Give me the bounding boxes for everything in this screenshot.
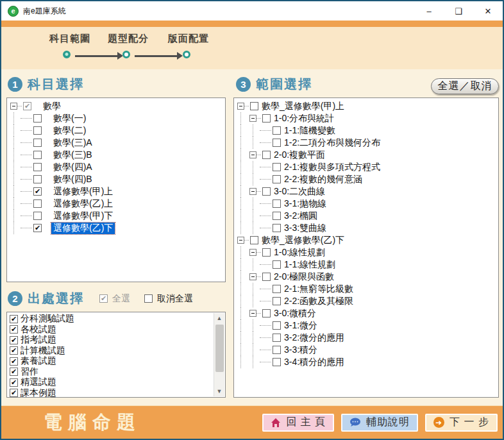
tree-row[interactable]: 1-1:隨機變數 <box>235 124 497 137</box>
checkbox-empty[interactable] <box>273 199 281 208</box>
tree-row[interactable]: 選修數學(乙)上 <box>8 198 224 210</box>
collapse-icon[interactable] <box>237 237 244 244</box>
tree-row[interactable]: 數學(三)B <box>8 149 224 161</box>
tree-item-label[interactable]: 數學 <box>41 101 63 112</box>
tree-row[interactable]: 1-2:二項分布與幾何分布 <box>235 137 497 149</box>
checkbox-empty[interactable] <box>273 212 281 220</box>
help-button[interactable]: 輔助說明 <box>341 414 418 432</box>
collapse-icon[interactable] <box>249 115 256 122</box>
tree-item-label[interactable]: 3-4:積分的應用 <box>282 357 346 368</box>
collapse-icon[interactable] <box>249 188 256 195</box>
checkbox-empty[interactable] <box>250 236 258 244</box>
tree-row[interactable]: 3-1:拋物線 <box>235 198 497 210</box>
collapse-icon[interactable] <box>249 249 256 256</box>
checkbox-checked[interactable] <box>10 389 18 397</box>
tree-row[interactable]: 數學(一) <box>8 112 224 124</box>
tree-row[interactable]: 3-0:微積分 <box>235 307 497 319</box>
tree-row[interactable]: 3-4:積分的應用 <box>235 356 497 368</box>
checkbox-empty[interactable] <box>33 175 42 183</box>
checkbox-empty[interactable] <box>262 248 271 257</box>
tree-row[interactable]: 2-1:複數與多項式方程式 <box>235 161 497 173</box>
tree-item-label[interactable]: 選修數學(乙)上 <box>51 198 115 210</box>
checkbox-empty[interactable] <box>33 212 42 220</box>
checkbox-empty[interactable] <box>262 273 271 281</box>
tree-row[interactable]: 1-1:線性規劃 <box>235 258 497 271</box>
tree-item-label[interactable]: 選修數學(甲)下 <box>51 210 115 222</box>
tree-row[interactable]: 數學_選修數學(乙)下 <box>235 234 497 246</box>
tree-item-label[interactable]: 3-2:橢圓 <box>282 210 319 222</box>
collapse-icon[interactable] <box>10 103 17 110</box>
scroll-down-icon[interactable]: ▼ <box>214 386 224 396</box>
checkbox-empty[interactable] <box>33 199 42 208</box>
minimize-button[interactable]: – <box>414 1 444 21</box>
checkbox-empty[interactable] <box>250 102 258 110</box>
checkbox-empty[interactable] <box>262 114 271 123</box>
tree-row[interactable]: 數學(四)B <box>8 173 224 185</box>
collapse-icon[interactable] <box>249 273 256 280</box>
list-item[interactable]: 指考試題 <box>9 335 223 346</box>
checkbox-empty[interactable] <box>273 126 281 135</box>
tree-item-label[interactable]: 3-1:拋物線 <box>282 198 328 210</box>
checkbox-empty[interactable] <box>33 114 42 123</box>
checkbox-empty[interactable] <box>262 309 271 317</box>
scrollbar[interactable]: ▲ ▼ <box>214 313 224 396</box>
list-item[interactable]: 計算機試題 <box>9 346 223 357</box>
checkbox-empty[interactable] <box>273 358 281 366</box>
tree-item-label[interactable]: 3-0:二次曲線 <box>272 186 327 198</box>
checkbox-checked[interactable] <box>10 325 18 334</box>
list-item[interactable]: 課本例題 <box>9 388 223 398</box>
tree-item-label[interactable]: 數學(三)A <box>51 137 94 149</box>
tree-row[interactable]: 3-2:橢圓 <box>235 210 497 222</box>
checkbox-empty[interactable] <box>273 224 281 232</box>
tree-item-label[interactable]: 數學(四)B <box>51 174 94 185</box>
collapse-icon[interactable] <box>237 103 244 110</box>
close-button[interactable]: ✕ <box>473 1 503 21</box>
checkbox-empty[interactable] <box>33 126 42 135</box>
tree-item-label[interactable]: 2-2:複數的幾何意涵 <box>282 174 364 185</box>
checkbox-empty[interactable] <box>273 346 281 354</box>
tree-row[interactable]: 2-2:複數的幾何意涵 <box>235 173 497 185</box>
tree-row[interactable]: 1-0:分布與統計 <box>235 112 497 124</box>
tree-row[interactable]: 數學_選修數學(甲)上 <box>235 100 497 112</box>
list-item[interactable]: 習作 <box>9 367 223 378</box>
checkbox-checked[interactable] <box>23 102 31 110</box>
tree-row[interactable]: 2-0:極限與函數 <box>235 271 497 283</box>
list-item[interactable]: 各校試題 <box>9 325 223 335</box>
deselect-all-checkbox[interactable]: 取消全選 <box>143 293 193 305</box>
checkbox-empty[interactable] <box>262 187 271 196</box>
next-step-button[interactable]: ➜ 下 一 步 <box>425 414 498 432</box>
checkbox-empty[interactable] <box>273 334 281 342</box>
checkbox-checked[interactable] <box>33 224 42 232</box>
tree-item-label[interactable]: 2-2:函數及其極限 <box>282 296 355 307</box>
tree-row[interactable]: 數學(二) <box>8 124 224 137</box>
tree-item-label[interactable]: 2-0:極限與函數 <box>272 271 336 283</box>
checkbox-empty[interactable] <box>273 139 281 147</box>
list-item[interactable]: 精選試題 <box>9 377 223 388</box>
select-all-checkbox[interactable]: 全選 <box>98 293 130 305</box>
tree-row[interactable]: 選修數學(甲)上 <box>8 185 224 198</box>
list-item[interactable]: 分科測驗試題 <box>9 314 223 325</box>
checkbox-empty[interactable] <box>33 151 42 159</box>
checkbox-checked[interactable] <box>10 336 18 344</box>
tree-row[interactable]: 3-3:雙曲線 <box>235 222 497 234</box>
tree-item-label[interactable]: 數學(一) <box>51 113 88 124</box>
checkbox-empty[interactable] <box>33 163 42 171</box>
checkbox-checked[interactable] <box>10 378 18 387</box>
checkbox-empty[interactable] <box>273 175 281 183</box>
home-button[interactable]: 回 主 頁 <box>262 414 334 432</box>
tree-item-label[interactable]: 3-1:微分 <box>282 320 319 332</box>
tree-item-label[interactable]: 2-0:複數平面 <box>272 149 327 161</box>
checkbox-empty[interactable] <box>273 163 281 171</box>
tree-item-label[interactable]: 2-1:複數與多項式方程式 <box>282 162 382 173</box>
tree-row[interactable]: 數學(三)A <box>8 137 224 149</box>
tree-item-label[interactable]: 1-0:線性規劃 <box>272 247 327 258</box>
tree-item-label[interactable]: 3-2:微分的應用 <box>282 332 346 344</box>
tree-item-label[interactable]: 數學(二) <box>51 125 88 137</box>
checkbox-checked[interactable] <box>10 368 18 376</box>
maximize-button[interactable]: ❑ <box>444 1 473 21</box>
tree-item-label[interactable]: 數學_選修數學(甲)上 <box>260 101 346 112</box>
checkbox-checked[interactable] <box>10 315 18 323</box>
checkbox-checked[interactable] <box>33 187 42 196</box>
tree-item-label[interactable]: 數學_選修數學(乙)下 <box>260 235 346 246</box>
tree-row[interactable]: 選修數學(甲)下 <box>8 210 224 222</box>
